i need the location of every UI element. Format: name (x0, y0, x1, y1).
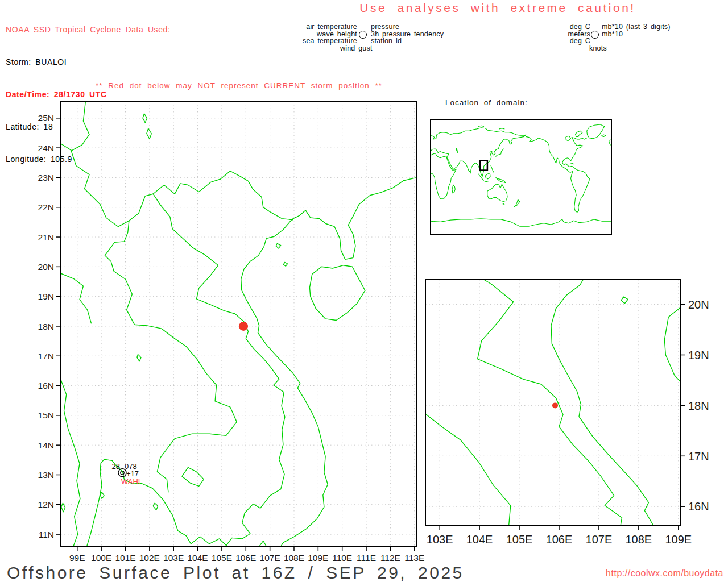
world-map-philippines (491, 165, 494, 172)
inset-map-border-left-stub (253, 95, 271, 106)
main-map-lake-tonle-sap (182, 467, 204, 486)
main-map-border-laos-thailand (105, 221, 237, 492)
inset-map-border-china-vietnam (406, 142, 637, 225)
svg-text:99E: 99E (69, 553, 85, 563)
main-map-axis-labels: 99E100E101E102E103E104E105E106E107E108E1… (38, 113, 425, 563)
svg-text:112E: 112E (380, 553, 400, 563)
main-map-border-china-west (71, 100, 153, 226)
inset-map-border-china-west (271, 22, 406, 236)
station-air-temp: 28 (112, 462, 120, 471)
svg-text:16N: 16N (38, 381, 54, 390)
main-map-border-vietnam-laos-cambodia (153, 194, 285, 547)
world-map-madagascar (452, 185, 455, 193)
svg-text:21N: 21N (38, 232, 54, 242)
page-title: Offshore Surface Plot at 16Z / SEP 29, 2… (7, 563, 464, 582)
world-map-uk (609, 140, 611, 145)
world-map-greenland (587, 124, 605, 139)
svg-text:20N: 20N (688, 298, 709, 311)
station-id: WAHI (121, 477, 140, 486)
world-map-sri-lanka (471, 171, 471, 173)
svg-text:106E: 106E (546, 533, 573, 546)
svg-text:104E: 104E (466, 533, 493, 546)
buoy-plot-page: NOAA SSD Tropical Cyclone Data Used: Sto… (0, 0, 728, 582)
svg-text:111E: 111E (357, 553, 376, 563)
svg-text:108E: 108E (626, 533, 652, 546)
svg-text:16N: 16N (688, 500, 709, 513)
storm-dot-main (239, 322, 248, 331)
world-map-arctic-isle-1 (478, 126, 484, 126)
svg-text:100E: 100E (91, 553, 111, 563)
svg-text:109E: 109E (665, 533, 692, 546)
svg-text:104E: 104E (187, 553, 208, 563)
svg-text:11N: 11N (39, 530, 54, 539)
inset-map-lake-yunnan-2 (395, 69, 403, 87)
svg-text:103E: 103E (163, 553, 184, 563)
world-map-eurasia (431, 128, 526, 177)
svg-text:15N: 15N (38, 410, 54, 420)
main-map-border-left-stub (60, 143, 71, 150)
source-url-link[interactable]: http://coolwx.com/buoydata (540, 568, 723, 579)
inset-map-lake-yunnan-1 (389, 44, 396, 60)
svg-text:101E: 101E (115, 553, 135, 563)
world-map-australia (487, 184, 507, 202)
svg-text:13N: 13N (38, 470, 54, 480)
main-map-coast-gulf-of-thailand (86, 459, 229, 547)
svg-text:107E: 107E (586, 533, 613, 546)
svg-text:107E: 107E (260, 553, 280, 563)
svg-text:113E: 113E (404, 553, 424, 563)
world-map-new-guinea (496, 178, 506, 183)
world-map-arctic-isle-2 (499, 128, 504, 129)
world-map-borneo (485, 173, 490, 179)
svg-text:22N: 22N (38, 202, 54, 212)
station-plot-wahi: 28078+17WAHI (112, 462, 140, 486)
world-map-cuba (570, 163, 574, 164)
svg-text:14N: 14N (38, 440, 54, 450)
main-map-layer (60, 100, 417, 547)
svg-text:25N: 25N (38, 113, 54, 123)
inset-map-layer (253, 22, 728, 582)
world-map-hudson-bay (565, 136, 571, 140)
world-map-tasmania (503, 203, 504, 205)
svg-text:103E: 103E (427, 533, 453, 546)
world-map-antarctica (431, 219, 611, 227)
world-map-layer (431, 124, 611, 226)
plot-canvas: 99E100E101E102E103E104E105E106E107E108E1… (0, 0, 728, 582)
svg-text:17N: 17N (38, 351, 54, 361)
svg-text:19N: 19N (688, 349, 709, 361)
svg-text:110E: 110E (332, 553, 352, 563)
svg-text:23N: 23N (38, 173, 54, 182)
world-map-americas (526, 136, 590, 212)
main-map-island-bach-long-vi (283, 263, 287, 267)
world-map-iceland (601, 135, 606, 136)
inset-map-border-vietnam-laos-cambodia (406, 181, 624, 582)
svg-text:109E: 109E (308, 553, 328, 563)
svg-text:108E: 108E (284, 553, 304, 563)
world-map-frame (431, 119, 611, 235)
inset-map-axis-labels: 103E104E105E106E107E108E109E16N17N18N19N… (427, 298, 709, 546)
svg-text:106E: 106E (235, 553, 256, 563)
main-map-coast-china-vietnam (241, 177, 417, 547)
svg-text:17N: 17N (688, 450, 709, 463)
svg-text:102E: 102E (139, 553, 160, 563)
main-map-lake-yunnan-2 (147, 128, 152, 139)
world-map-new-zealand (515, 199, 520, 206)
world-map-baffin (575, 131, 582, 136)
svg-text:19N: 19N (38, 292, 54, 301)
main-map-island-gulf (100, 492, 104, 499)
inset-map-coast-china-vietnam (551, 153, 728, 582)
inset-map-island-bach-long-vi (621, 297, 628, 304)
storm-dot-inset (552, 402, 558, 408)
svg-text:105E: 105E (212, 553, 232, 563)
inset-map-island-halong (609, 265, 617, 273)
world-map-sumatra-java (478, 174, 489, 182)
main-map-border-myanmar-thailand (60, 273, 91, 323)
main-map-frame (61, 101, 417, 546)
world-map-caspian (456, 148, 458, 153)
inset-map-lake-laos (379, 454, 386, 465)
svg-text:20N: 20N (38, 262, 54, 272)
main-map-island-koh-chang (153, 503, 158, 510)
main-map-lake-laos (137, 355, 141, 361)
station-tendency: +17 (126, 469, 139, 478)
world-map-japan (496, 149, 504, 157)
svg-text:12N: 12N (38, 500, 54, 509)
